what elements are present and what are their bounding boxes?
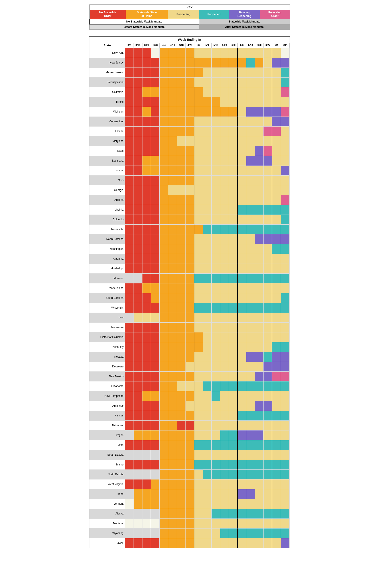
data-cell bbox=[134, 58, 142, 68]
state-name-cell: Utah bbox=[89, 440, 125, 450]
data-cell bbox=[186, 225, 194, 234]
col-4-18: 4/18 bbox=[177, 43, 186, 48]
data-cell bbox=[186, 87, 194, 97]
data-cell bbox=[203, 77, 212, 87]
data-cell bbox=[186, 107, 194, 117]
data-cell bbox=[203, 421, 212, 430]
data-cell bbox=[177, 372, 186, 381]
data-cell bbox=[134, 87, 142, 97]
data-cell bbox=[272, 48, 281, 58]
data-cell bbox=[125, 401, 134, 411]
data-cell bbox=[272, 215, 281, 225]
data-cell bbox=[151, 185, 160, 195]
data-cell bbox=[229, 146, 238, 156]
data-cell bbox=[177, 519, 186, 528]
data-cell bbox=[246, 381, 255, 391]
col-5-23: 5/23 bbox=[220, 43, 229, 48]
col-5-2: 5/2 bbox=[194, 43, 203, 48]
table-row: North Carolina bbox=[89, 234, 290, 244]
data-cell bbox=[246, 156, 255, 166]
data-cell bbox=[142, 156, 151, 166]
data-cell bbox=[177, 460, 186, 470]
data-cell bbox=[246, 274, 255, 283]
data-cell bbox=[264, 48, 272, 58]
data-cell bbox=[212, 283, 220, 293]
data-cell bbox=[203, 538, 212, 548]
data-cell bbox=[194, 234, 203, 244]
data-cell bbox=[142, 176, 151, 185]
data-cell bbox=[160, 430, 168, 440]
data-cell bbox=[203, 234, 212, 244]
state-name-cell: Hawaii bbox=[89, 538, 125, 548]
data-cell bbox=[281, 195, 290, 205]
data-cell bbox=[220, 156, 229, 166]
data-cell bbox=[229, 254, 238, 264]
data-cell bbox=[203, 136, 212, 146]
data-cell bbox=[134, 480, 142, 489]
data-cell bbox=[238, 107, 246, 117]
data-cell bbox=[220, 215, 229, 225]
data-cell bbox=[186, 283, 194, 293]
data-cell bbox=[255, 107, 264, 117]
data-cell bbox=[151, 342, 160, 352]
data-cell bbox=[212, 430, 220, 440]
data-cell bbox=[212, 480, 220, 489]
data-cell bbox=[229, 381, 238, 391]
data-cell bbox=[212, 421, 220, 430]
data-cell bbox=[264, 411, 272, 421]
data-cell bbox=[125, 225, 134, 234]
data-cell bbox=[220, 127, 229, 136]
data-cell bbox=[194, 411, 203, 421]
data-cell bbox=[168, 264, 177, 274]
data-cell bbox=[281, 274, 290, 283]
data-cell bbox=[142, 332, 151, 342]
data-cell bbox=[125, 156, 134, 166]
data-cell bbox=[229, 332, 238, 342]
data-cell bbox=[194, 77, 203, 87]
data-cell bbox=[255, 470, 264, 480]
col-6-6: 6/6 bbox=[238, 43, 246, 48]
data-cell bbox=[264, 264, 272, 274]
data-cell bbox=[168, 77, 177, 87]
data-cell bbox=[194, 489, 203, 499]
data-cell bbox=[142, 323, 151, 332]
data-cell bbox=[194, 68, 203, 77]
data-cell bbox=[272, 528, 281, 538]
data-cell bbox=[194, 156, 203, 166]
data-cell bbox=[134, 136, 142, 146]
data-cell bbox=[160, 519, 168, 528]
data-cell bbox=[194, 146, 203, 156]
data-cell bbox=[264, 283, 272, 293]
data-cell bbox=[151, 391, 160, 401]
data-cell bbox=[264, 391, 272, 401]
table-row: Florida bbox=[89, 127, 290, 136]
data-cell bbox=[125, 480, 134, 489]
data-cell bbox=[168, 254, 177, 264]
data-cell bbox=[168, 411, 177, 421]
data-cell bbox=[255, 176, 264, 185]
data-cell bbox=[134, 274, 142, 283]
state-name-cell: Ohio bbox=[89, 176, 125, 185]
data-cell bbox=[238, 381, 246, 391]
data-cell bbox=[194, 352, 203, 362]
data-cell bbox=[272, 332, 281, 342]
state-name-cell: South Dakota bbox=[89, 450, 125, 460]
data-cell bbox=[246, 509, 255, 519]
data-cell bbox=[134, 313, 142, 323]
data-cell bbox=[238, 293, 246, 303]
data-cell bbox=[160, 538, 168, 548]
data-cell bbox=[212, 254, 220, 264]
data-cell bbox=[134, 450, 142, 460]
data-cell bbox=[186, 127, 194, 136]
data-cell bbox=[168, 87, 177, 97]
data-cell bbox=[272, 391, 281, 401]
data-cell bbox=[264, 97, 272, 107]
data-cell bbox=[255, 430, 264, 440]
table-row: Maine bbox=[89, 460, 290, 470]
data-cell bbox=[151, 303, 160, 313]
data-cell bbox=[264, 205, 272, 215]
data-cell bbox=[203, 362, 212, 372]
data-cell bbox=[238, 264, 246, 274]
table-row: Minnesota bbox=[89, 225, 290, 234]
state-name-cell: Wisconsin bbox=[89, 303, 125, 313]
